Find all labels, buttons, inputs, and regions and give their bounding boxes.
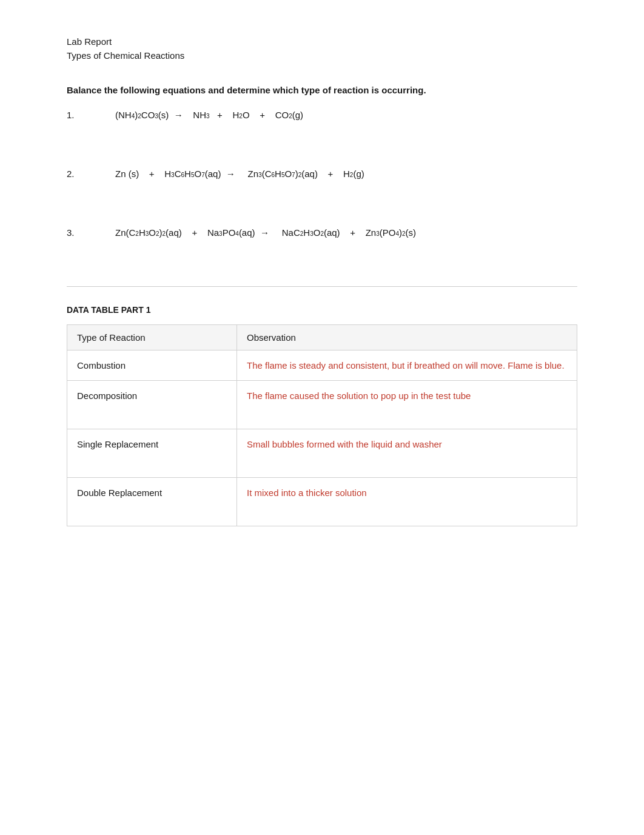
col-header-observation: Observation bbox=[237, 325, 577, 350]
observation-double: It mixed into a thicker solution bbox=[237, 478, 577, 526]
reaction-type-single: Single Replacement bbox=[67, 429, 237, 478]
equation-3: 3. Zn(C2H3O2)2 (aq) + Na3PO4 (aq) → NaC2… bbox=[67, 227, 577, 238]
col-header-type: Type of Reaction bbox=[67, 325, 237, 350]
table-row: Combustion The flame is steady and consi… bbox=[67, 350, 577, 381]
equation-1: 1. (NH4)2 CO3 (s) → NH3 + H2O + CO2 (g) bbox=[67, 110, 577, 120]
reaction-type-combustion: Combustion bbox=[67, 350, 237, 381]
reaction-type-double: Double Replacement bbox=[67, 478, 237, 526]
data-table-title: DATA TABLE PART 1 bbox=[67, 305, 577, 315]
eq-content-3: Zn(C2H3O2)2 (aq) + Na3PO4 (aq) → NaC2H3O… bbox=[115, 227, 416, 238]
equation-2: 2. Zn (s) + H3C6H5O7 (aq) → Zn3(C6H5O7)2… bbox=[67, 169, 577, 179]
reaction-type-decomposition: Decomposition bbox=[67, 381, 237, 429]
table-row: Decomposition The flame caused the solut… bbox=[67, 381, 577, 429]
eq-content-2: Zn (s) + H3C6H5O7 (aq) → Zn3(C6H5O7)2 (a… bbox=[115, 169, 364, 179]
section-heading: Balance the following equations and dete… bbox=[67, 85, 577, 95]
eq-number-2: 2. bbox=[67, 169, 115, 179]
observation-single: Small bubbles formed with the liquid and… bbox=[237, 429, 577, 478]
section-divider bbox=[67, 286, 577, 287]
eq-number-3: 3. bbox=[67, 227, 115, 238]
observation-decomposition: The flame caused the solution to pop up … bbox=[237, 381, 577, 429]
table-row: Double Replacement It mixed into a thick… bbox=[67, 478, 577, 526]
eq-content-1: (NH4)2 CO3 (s) → NH3 + H2O + CO2 (g) bbox=[115, 110, 303, 120]
doc-subtitle: Types of Chemical Reactions bbox=[67, 50, 577, 61]
table-row: Single Replacement Small bubbles formed … bbox=[67, 429, 577, 478]
eq-number-1: 1. bbox=[67, 110, 115, 120]
data-table: Type of Reaction Observation Combustion … bbox=[67, 324, 577, 526]
observation-combustion: The flame is steady and consistent, but … bbox=[237, 350, 577, 381]
doc-title: Lab Report bbox=[67, 36, 577, 47]
